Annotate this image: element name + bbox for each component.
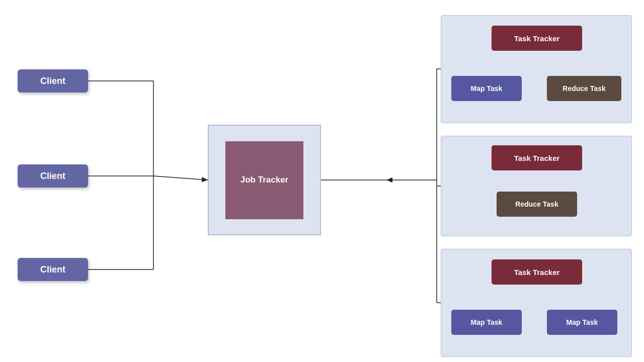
client-box-2: Client: [18, 164, 88, 188]
reduce-task-box-2: Reduce Task: [497, 192, 577, 217]
svg-line-6: [153, 176, 208, 180]
client-box-1: Client: [18, 69, 88, 93]
task-tracker-box-2: Task Tracker: [492, 145, 582, 170]
client-label-2: Client: [40, 171, 65, 182]
task-panel-2: Task Tracker Reduce Task: [441, 136, 632, 236]
job-tracker-label: Job Tracker: [240, 175, 288, 185]
client-label-3: Client: [40, 264, 65, 275]
job-tracker-inner: Job Tracker: [225, 141, 303, 219]
map-task-box-2: Map Task: [451, 310, 522, 335]
client-box-3: Client: [18, 258, 88, 281]
map-task-box-1: Map Task: [451, 76, 522, 101]
task-panel-1: Task Tracker Map Task Reduce Task: [441, 15, 632, 123]
job-tracker-outer: Job Tracker: [208, 125, 321, 235]
diagram-container: Client Client Client Job Tracker Task Tr…: [0, 0, 644, 362]
reduce-task-box-1: Reduce Task: [547, 76, 621, 101]
client-label-1: Client: [40, 76, 65, 86]
task-panel-3: Task Tracker Map Task Map Task: [441, 249, 632, 357]
task-tracker-box-1: Task Tracker: [492, 26, 582, 51]
map-task-box-3: Map Task: [547, 310, 617, 335]
task-tracker-box-3: Task Tracker: [492, 259, 582, 285]
